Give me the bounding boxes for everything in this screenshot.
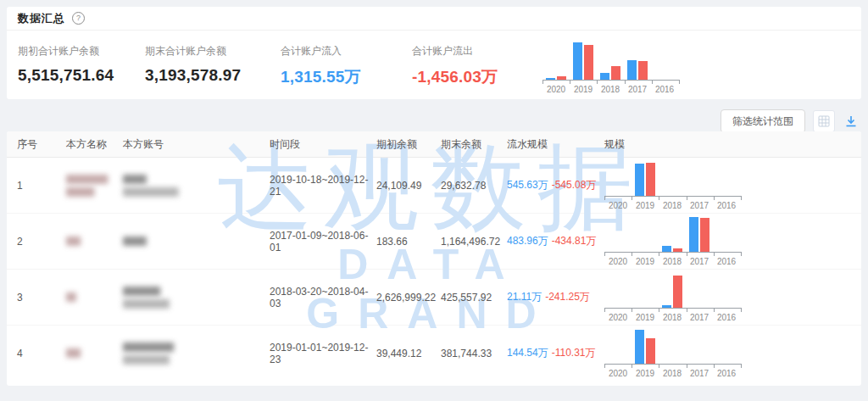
cell-opening-balance: 183.66 — [376, 236, 441, 248]
outflow-bar — [646, 338, 655, 364]
inflow-value: 545.63万 — [507, 179, 548, 191]
summary-stat-3: 合计账户流出-1,456.03万 — [412, 44, 548, 88]
chart-year-2018 — [659, 217, 686, 252]
chart-year-2017 — [686, 217, 713, 252]
filter-range-button[interactable]: 筛选统计范围 — [721, 109, 805, 133]
table-row[interactable]: 1████████████████████████████████2019-10… — [7, 158, 861, 214]
cell-seq: 1 — [17, 180, 66, 192]
summary-stat-2: 合计账户流入1,315.55万 — [281, 44, 412, 88]
chart-year-label: 2017 — [686, 201, 713, 210]
inflow-bar — [546, 78, 555, 80]
chart-year-2017 — [624, 39, 651, 80]
inflow-bar — [627, 60, 637, 80]
stat-label: 期末合计账户余额 — [145, 44, 281, 58]
chart-year-2019 — [570, 39, 597, 80]
outflow-bar — [557, 76, 566, 80]
cell-name-redacted: ███ — [66, 347, 123, 359]
chart-year-label: 2018 — [659, 313, 686, 322]
chart-year-label: 2016 — [713, 313, 740, 322]
accounts-table-card: 序号本方名称本方账号时间段期初余额期末余额流水规模规模 1███████████… — [7, 131, 861, 386]
chart-year-2016 — [651, 39, 678, 80]
summary-title: 数据汇总 — [18, 11, 65, 26]
outflow-bar — [700, 218, 709, 252]
chart-year-2020 — [604, 273, 632, 308]
cell-closing-balance: 425,557.92 — [441, 292, 507, 304]
inflow-bar — [689, 217, 698, 252]
cell-account-redacted: █████████████████████ — [123, 341, 270, 366]
table-header-row: 序号本方名称本方账号时间段期初余额期末余额流水规模规模 — [7, 131, 861, 158]
cell-name-redacted: ██ — [66, 291, 123, 304]
chart-year-2018 — [659, 273, 686, 308]
summary-stat-0: 期初合计账户余额5,515,751.64 — [18, 44, 145, 88]
inflow-value: 21.11万 — [507, 291, 542, 303]
inflow-bar — [573, 42, 582, 80]
column-header-5: 期末余额 — [441, 137, 507, 152]
column-header-1: 本方名称 — [66, 137, 123, 152]
chart-year-2017 — [686, 273, 713, 308]
cell-period: 2019-01-01~2019-12-23 — [270, 342, 376, 365]
stat-value: 1,315.55万 — [281, 66, 412, 88]
outflow-value: -545.08万 — [552, 179, 597, 191]
download-icon[interactable] — [843, 113, 860, 130]
cell-closing-balance: 1,164,496.72 — [441, 236, 507, 248]
cell-scale-chart: 20202019201820172016 — [604, 161, 861, 210]
chart-year-2016 — [713, 273, 740, 308]
chart-year-label: 2019 — [570, 85, 597, 94]
chart-year-label: 2019 — [632, 369, 659, 378]
chart-year-2018 — [659, 329, 686, 364]
inflow-bar — [662, 305, 671, 308]
chart-year-label: 2018 — [659, 257, 686, 266]
cell-scale-chart: 20202019201820172016 — [604, 329, 861, 378]
help-icon[interactable]: ? — [72, 12, 85, 25]
outflow-value: -434.81万 — [552, 235, 597, 247]
grid-view-icon[interactable] — [813, 110, 835, 132]
cell-scale-chart: 20202019201820172016 — [604, 273, 861, 322]
stat-label: 合计账户流出 — [412, 44, 548, 58]
chart-year-label: 2018 — [597, 85, 624, 94]
row-3-scale-chart: 20202019201820172016 — [604, 273, 742, 322]
inflow-bar — [635, 164, 644, 196]
inflow-value: 144.54万 — [507, 347, 548, 359]
chart-year-label: 2020 — [604, 257, 632, 266]
chart-year-2020 — [604, 329, 632, 364]
table-row[interactable]: 4████████████████████████2019-01-01~2019… — [7, 326, 861, 381]
table-toolbar: 筛选统计范围 — [721, 109, 860, 133]
cell-seq: 2 — [17, 236, 66, 248]
chart-year-2020 — [604, 217, 632, 252]
cell-name-redacted: ███████████████ — [66, 173, 123, 198]
outflow-value: -110.31万 — [552, 347, 596, 359]
cell-account-redacted: █████████████████ — [123, 173, 270, 198]
chart-year-label: 2020 — [604, 369, 632, 378]
stat-label: 期初合计账户余额 — [18, 44, 145, 58]
chart-year-label: 2017 — [686, 313, 713, 322]
outflow-value: -241.25万 — [545, 291, 590, 303]
table-row[interactable]: 3████████████████████2018-03-20~2018-04-… — [7, 270, 861, 326]
column-header-6: 流水规模 — [507, 137, 604, 152]
chart-year-2020 — [604, 161, 632, 196]
chart-year-2017 — [686, 161, 713, 196]
chart-year-2019 — [632, 329, 659, 364]
cell-opening-balance: 2,626,999.22 — [376, 292, 441, 304]
chart-year-label: 2019 — [632, 201, 659, 210]
cell-closing-balance: 29,632.78 — [441, 180, 507, 192]
table-row[interactable]: 2████████2017-01-09~2018-06-01183.661,16… — [7, 214, 861, 270]
chart-year-label: 2020 — [604, 201, 632, 210]
chart-year-2019 — [632, 217, 659, 252]
summary-yearly-flow-chart: 20202019201820172016 — [542, 39, 680, 94]
cell-account-redacted: ██████████████████ — [123, 285, 270, 310]
column-header-4: 期初余额 — [376, 137, 441, 152]
chart-year-label: 2018 — [659, 369, 686, 378]
summary-card: 数据汇总 ? 期初合计账户余额5,515,751.64期末合计账户余额3,193… — [7, 7, 861, 99]
column-header-0: 序号 — [17, 137, 66, 152]
cell-closing-balance: 381,744.33 — [441, 348, 507, 359]
chart-year-2017 — [686, 329, 713, 364]
summary-stats: 期初合计账户余额5,515,751.64期末合计账户余额3,193,578.97… — [18, 44, 548, 88]
chart-year-2019 — [632, 273, 659, 308]
stat-label: 合计账户流入 — [281, 44, 412, 58]
chart-year-label: 2020 — [542, 85, 570, 94]
chart-year-2018 — [597, 39, 624, 80]
outflow-bar — [646, 163, 655, 196]
table-body: 1████████████████████████████████2019-10… — [7, 158, 861, 381]
chart-year-label: 2017 — [686, 369, 713, 378]
column-header-2: 本方账号 — [123, 137, 270, 152]
